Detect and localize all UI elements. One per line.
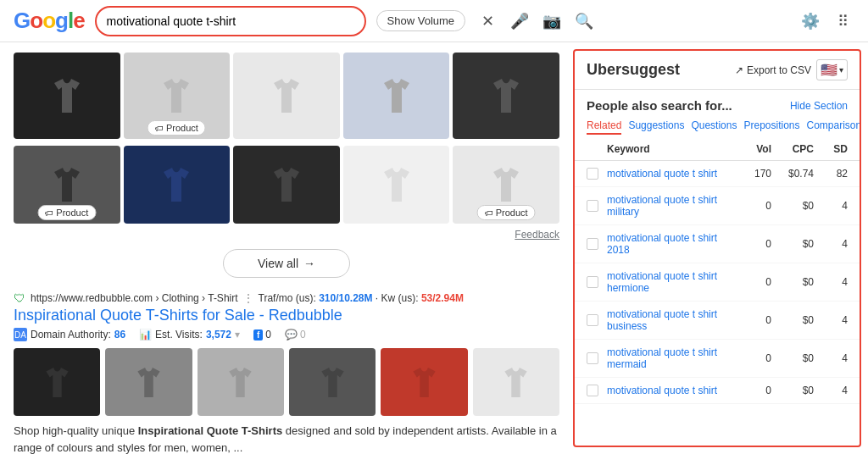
- row-checkbox-0[interactable]: [587, 168, 598, 180]
- chat-count: 💬 0: [285, 329, 306, 340]
- image-thumb-5[interactable]: [453, 53, 559, 139]
- search-icon[interactable]: 🔍: [572, 9, 596, 33]
- table-header: Keyword Vol CPC SD: [575, 138, 860, 161]
- image-thumb-4[interactable]: [343, 53, 450, 139]
- dropdown-icon[interactable]: ▾: [235, 329, 240, 340]
- image-thumb-2[interactable]: Product: [124, 53, 231, 139]
- logo-o1: o: [30, 8, 42, 34]
- image-thumb-1[interactable]: [14, 53, 120, 139]
- header-sd: SD: [814, 143, 848, 155]
- mic-icon[interactable]: 🎤: [508, 9, 531, 33]
- result-img-1[interactable]: [14, 348, 100, 416]
- traf-info: Traf/mo (us): 310/10.28M · Kw (us): 53/2…: [259, 292, 464, 304]
- result-url-line: 🛡 https://www.redbubble.com › Clothing ›…: [14, 291, 559, 305]
- image-thumb-8[interactable]: [233, 146, 340, 224]
- row-checkbox-1[interactable]: [587, 200, 598, 212]
- result-img-6[interactable]: [473, 348, 559, 416]
- chevron-down-icon: ▾: [839, 65, 843, 75]
- tab-prepositions[interactable]: Prepositions: [743, 119, 799, 135]
- product-tag-3: Product: [477, 205, 536, 220]
- export-icon: ↗: [735, 64, 743, 76]
- keyword-4[interactable]: motivational quote t shirt business: [607, 308, 729, 332]
- image-thumb-6[interactable]: Product: [14, 146, 120, 224]
- result-img-2[interactable]: [105, 348, 192, 416]
- row-checkbox-2[interactable]: [587, 238, 598, 250]
- view-all-container: View all →: [0, 242, 573, 285]
- result-img-3[interactable]: [198, 348, 284, 416]
- header: Google Show Volume ✕ 🎤 📷 🔍 ⚙️ ⠿: [0, 0, 868, 42]
- vol-6: 0: [729, 385, 771, 396]
- result-description: Shop high-quality unique Inspirational Q…: [14, 423, 559, 454]
- vol-1: 0: [729, 200, 771, 212]
- chat-icon: 💬: [285, 329, 298, 340]
- export-csv-button[interactable]: ↗ Export to CSV: [735, 64, 811, 76]
- result-img-4[interactable]: [289, 348, 376, 416]
- vol-5: 0: [729, 352, 771, 364]
- apps-icon[interactable]: ⠿: [831, 9, 854, 33]
- est-visits-label: Est. Visits:: [155, 329, 203, 340]
- ubersuggest-table: Keyword Vol CPC SD motivational quote t …: [575, 138, 860, 446]
- fb-count-value: 0: [265, 329, 271, 340]
- settings-icon[interactable]: ⚙️: [798, 9, 822, 33]
- main-content: Product Product: [0, 42, 868, 454]
- result-title[interactable]: Inspirational Quote T-Shirts for Sale - …: [14, 307, 559, 324]
- sd-4: 4: [814, 314, 848, 326]
- sd-6: 4: [814, 385, 848, 396]
- table-row: motivational quote t shirt 2018 0 $0 4: [575, 225, 860, 263]
- table-row: motivational quote t shirt military 0 $0…: [575, 187, 860, 225]
- desc-text-1: Shop high-quality unique: [14, 424, 138, 437]
- vol-2: 0: [729, 238, 771, 250]
- table-row: motivational quote t shirt business 0 $0…: [575, 302, 860, 340]
- row-checkbox-6[interactable]: [587, 385, 598, 396]
- clear-icon[interactable]: ✕: [476, 9, 499, 33]
- search-bar[interactable]: [95, 6, 366, 36]
- search-input[interactable]: [107, 14, 354, 28]
- domain-authority-badge: DA Domain Authority: 86: [14, 328, 125, 341]
- hide-section-link[interactable]: Hide Section: [790, 100, 848, 112]
- table-row: motivational quote t shirt 170 $0.74 82: [575, 161, 860, 187]
- ubersuggest-logo: Ubersuggest: [587, 61, 680, 79]
- image-thumb-10[interactable]: Product: [453, 146, 559, 224]
- tab-related[interactable]: Related: [587, 119, 621, 135]
- cpc-2: $0: [771, 238, 814, 250]
- row-checkbox-4[interactable]: [587, 314, 598, 326]
- vol-0: 170: [729, 168, 771, 180]
- logo-o2: o: [42, 8, 55, 34]
- keyword-3[interactable]: motivational quote t shirt hermione: [607, 270, 729, 294]
- keyword-2[interactable]: motivational quote t shirt 2018: [607, 232, 729, 256]
- keyword-5[interactable]: motivational quote t shirt mermaid: [607, 346, 729, 370]
- product-tag-2: Product: [37, 205, 96, 220]
- domain-icon: DA: [14, 328, 27, 341]
- keyword-6[interactable]: motivational quote t shirt: [607, 385, 729, 396]
- est-visits-value: 3,572: [206, 329, 231, 340]
- traf-value: 310/10.28M: [319, 292, 372, 304]
- image-thumb-3[interactable]: [233, 53, 340, 139]
- result-img-5[interactable]: [381, 348, 467, 416]
- keyword-0[interactable]: motivational quote t shirt: [607, 168, 729, 180]
- cpc-0: $0.74: [771, 168, 814, 180]
- row-checkbox-5[interactable]: [587, 352, 598, 364]
- row-checkbox-3[interactable]: [587, 276, 598, 288]
- sd-5: 4: [814, 352, 848, 364]
- show-volume-button[interactable]: Show Volume: [376, 10, 466, 31]
- tab-suggestions[interactable]: Suggestions: [628, 119, 684, 135]
- image-thumb-9[interactable]: [343, 146, 450, 224]
- keyword-1[interactable]: motivational quote t shirt military: [607, 194, 729, 218]
- image-thumb-7[interactable]: [124, 146, 231, 224]
- product-tag-1: Product: [147, 120, 206, 136]
- flag-dropdown[interactable]: 🇺🇸 ▾: [816, 59, 848, 80]
- feedback-link[interactable]: Feedback: [515, 229, 559, 241]
- traf-label: Traf/mo (us):: [259, 292, 316, 304]
- shield-icon: 🛡: [14, 291, 25, 305]
- tab-questions[interactable]: Questions: [691, 119, 737, 135]
- tab-comparisons[interactable]: Comparisons: [807, 119, 862, 135]
- bar-graph-icon: 📊: [139, 329, 152, 340]
- result-images: [14, 348, 559, 416]
- camera-icon[interactable]: 📷: [540, 9, 564, 33]
- left-panel: Product Product: [0, 42, 573, 454]
- view-all-button[interactable]: View all →: [223, 249, 350, 278]
- domain-authority-value: 86: [114, 329, 125, 340]
- header-checkbox-col: [587, 143, 607, 155]
- logo-g: G: [14, 8, 30, 34]
- arrow-right-icon: →: [303, 257, 315, 270]
